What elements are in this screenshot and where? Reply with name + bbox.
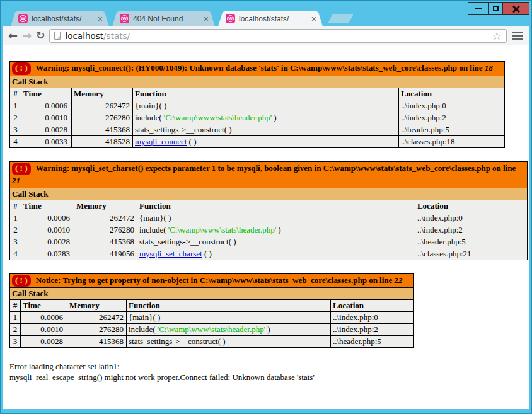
- page-icon: [54, 32, 61, 40]
- frame-location: ..\classes.php:21: [415, 248, 527, 260]
- frame-time: 0.0028: [21, 124, 72, 135]
- string-literal: 'C:\wamp\www\stats\header.php': [168, 225, 276, 234]
- frame-time: 0.0006: [21, 212, 74, 224]
- url-host: localhost: [65, 31, 103, 41]
- frame-number: 1: [10, 100, 21, 112]
- frame-memory: 276280: [67, 324, 127, 336]
- tab-title: localhost/stats/: [239, 14, 308, 23]
- call-stack-label: Call Stack: [10, 76, 505, 88]
- error-message: ( ! ) Warning: mysqli_connect(): (HY000/…: [10, 62, 505, 76]
- page-footer-text: Error loading character set latin1: mysq…: [9, 361, 529, 382]
- back-button[interactable]: ←: [8, 30, 18, 42]
- column-header-location: Location: [398, 88, 504, 100]
- frame-function: {main}( ): [137, 212, 415, 224]
- column-header-function: Function: [133, 88, 399, 100]
- column-header-function: Function: [127, 300, 331, 312]
- browser-toolbar: ← → ↻ localhost/stats/ ☆: [3, 26, 529, 45]
- error-message: ( ! ) Notice: Trying to get property of …: [10, 273, 414, 288]
- window-maximize-button[interactable]: [488, 3, 502, 14]
- bookmark-star-icon[interactable]: ☆: [492, 30, 502, 42]
- column-header-memory: Memory: [67, 300, 127, 312]
- stack-frame-row: 30.0028415368stats_settings->__construct…: [10, 124, 505, 135]
- error-message: ( ! ) Warning: mysqli_set_charset() expe…: [10, 161, 528, 188]
- address-bar[interactable]: localhost/stats/ ☆: [49, 29, 507, 43]
- frame-number: 4: [10, 248, 21, 260]
- frame-number: 4: [10, 135, 21, 147]
- column-header-time: Time: [21, 88, 72, 100]
- frame-memory: 419056: [74, 248, 137, 260]
- window-minimize-button[interactable]: [468, 3, 488, 14]
- frame-time: 0.0283: [21, 248, 74, 260]
- frame-time: 0.0028: [21, 336, 67, 348]
- frame-memory: 276280: [74, 224, 137, 236]
- wamp-favicon: W: [18, 14, 28, 23]
- footer-line: Error loading character set latin1:: [9, 361, 529, 372]
- tab-close-icon[interactable]: ×: [96, 14, 104, 23]
- frame-location: ..\index.php:0: [398, 100, 504, 112]
- call-stack-row: Call Stack: [10, 188, 528, 200]
- error-line-number: 21: [12, 176, 20, 185]
- error-message-text: Warning: mysqli_connect(): (HY000/1049):…: [34, 63, 485, 72]
- menu-button[interactable]: [511, 32, 524, 40]
- frame-number: 1: [10, 212, 21, 224]
- frame-function: stats_settings->__construct( ): [127, 336, 331, 348]
- column-header-num: #: [10, 300, 21, 312]
- stack-frame-row: 10.0006262472{main}( )..\index.php:0: [10, 100, 505, 112]
- tab-localhost-stats-1[interactable]: W localhost/stats/ ×: [11, 11, 109, 26]
- window-titlebar: W localhost/stats/ × W 404 Not Found × W…: [1, 1, 531, 26]
- tab-close-icon[interactable]: ×: [310, 14, 318, 23]
- frame-time: 0.0028: [21, 236, 74, 248]
- window-controls: [468, 2, 529, 15]
- reload-button[interactable]: ↻: [36, 30, 45, 41]
- frame-function: {main}( ): [127, 312, 331, 324]
- frame-location: ..\header.php:5: [330, 336, 413, 348]
- column-header-row: #TimeMemoryFunctionLocation: [10, 200, 528, 212]
- frame-location: ..\index.php:2: [330, 324, 413, 336]
- frame-memory: 415368: [74, 236, 137, 248]
- error-table-3: ( ! ) Notice: Trying to get property of …: [9, 273, 414, 348]
- call-stack-label: Call Stack: [10, 288, 414, 300]
- error-header-row: ( ! ) Notice: Trying to get property of …: [10, 273, 414, 288]
- frame-number: 3: [10, 124, 21, 135]
- error-line-number: 22: [395, 275, 403, 285]
- error-line-number: 18: [485, 63, 493, 72]
- tab-title: localhost/stats/: [32, 14, 94, 23]
- error-header-row: ( ! ) Warning: mysqli_connect(): (HY000/…: [10, 62, 505, 76]
- new-tab-button[interactable]: [328, 14, 354, 23]
- tab-close-icon[interactable]: ×: [202, 14, 210, 23]
- tab-404-not-found[interactable]: W 404 Not Found ×: [112, 11, 215, 26]
- frame-memory: 415368: [67, 336, 127, 348]
- column-header-row: #TimeMemoryFunctionLocation: [10, 300, 414, 312]
- stack-frame-row: 20.0010276280include( 'C:\wamp\www\stats…: [10, 112, 505, 124]
- error-table-2: ( ! ) Warning: mysqli_set_charset() expe…: [9, 161, 528, 260]
- frame-memory: 418528: [72, 135, 133, 147]
- window-close-button[interactable]: [502, 3, 529, 14]
- stack-frame-row: 40.0283419056mysqli_set_charset ( )..\cl…: [10, 248, 528, 260]
- wamp-favicon: W: [226, 14, 235, 23]
- call-stack-row: Call Stack: [10, 288, 414, 300]
- frame-function: {main}( ): [133, 100, 399, 112]
- call-stack-row: Call Stack: [10, 76, 505, 88]
- frame-number: 2: [10, 112, 21, 124]
- frame-memory: 262472: [72, 100, 133, 112]
- frame-location: ..\index.php:2: [398, 112, 504, 124]
- stack-frame-row: 10.0006262472{main}( )..\index.php:0: [10, 212, 528, 224]
- frame-function: stats_settings->__construct( ): [137, 236, 415, 248]
- function-doc-link[interactable]: mysqli_connect: [135, 137, 187, 146]
- error-header-row: ( ! ) Warning: mysqli_set_charset() expe…: [10, 161, 528, 188]
- tab-localhost-stats-active[interactable]: W localhost/stats/ ×: [218, 11, 323, 26]
- function-doc-link[interactable]: mysqli_set_charset: [139, 249, 202, 258]
- frame-function: include( 'C:\wamp\www\stats\header.php' …: [137, 224, 415, 236]
- error-message-text: Warning: mysqli_set_charset() expects pa…: [34, 163, 516, 173]
- frame-memory: 415368: [72, 124, 133, 135]
- warning-icon: ( ! ): [12, 275, 31, 287]
- frame-number: 2: [10, 324, 21, 336]
- column-header-row: #TimeMemoryFunctionLocation: [10, 88, 505, 100]
- forward-button[interactable]: →: [22, 30, 32, 42]
- tab-title: 404 Not Found: [133, 14, 200, 23]
- column-header-num: #: [10, 200, 21, 212]
- frame-location: ..\header.php:5: [398, 124, 504, 135]
- frame-function: include( 'C:\wamp\www\stats\header.php' …: [127, 324, 331, 336]
- error-list: ( ! ) Warning: mysqli_connect(): (HY000/…: [9, 61, 529, 348]
- close-icon: [512, 5, 520, 13]
